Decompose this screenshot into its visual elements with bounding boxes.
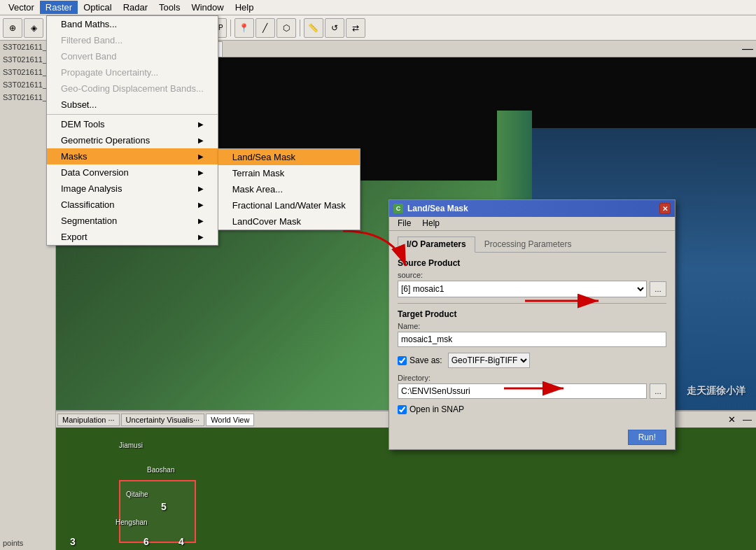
dem-arrow-icon: ▶ [198, 120, 204, 128]
tab-uncertainty[interactable]: Uncertainty Visualis··· [121, 414, 205, 426]
submenu-landcover-mask[interactable]: LandCover Mask [218, 213, 360, 230]
toolbar-sep-4 [300, 20, 300, 36]
menu-dem-tools[interactable]: DEM Tools ▶ [47, 116, 218, 132]
segmentation-arrow-icon: ▶ [198, 217, 204, 225]
panel-collapse-btn[interactable]: — [740, 413, 755, 426]
sidebar-points-label: points [0, 536, 55, 550]
menu-tools[interactable]: Tools [153, 1, 186, 14]
map-label-qitaihe: Qitaihe [126, 491, 148, 498]
dialog-title-text: Land/Sea Mask [407, 204, 468, 213]
map-num-3: 3 [70, 536, 76, 547]
menu-propagate: Propagate Uncertainty... [47, 64, 218, 80]
dialog-close-button[interactable]: ✕ [659, 203, 671, 214]
submenu-terrain-mask[interactable]: Terrain Mask [218, 165, 360, 181]
directory-input[interactable] [398, 383, 647, 399]
tab-manipulation[interactable]: Manipulation ··· [57, 414, 120, 426]
dialog-content: I/O Parameters Processing Parameters Sou… [389, 231, 675, 425]
land-sea-mask-dialog: C Land/Sea Mask ✕ File Help I/O Paramete… [388, 199, 676, 450]
dialog-tab-io[interactable]: I/O Parameters [398, 237, 475, 253]
menu-geometric-ops[interactable]: Geometric Operations ▶ [47, 132, 218, 148]
menu-segmentation[interactable]: Segmentation ▶ [47, 213, 218, 229]
submenu-land-sea-mask[interactable]: Land/Sea Mask [218, 149, 360, 165]
toolbar-sep-3 [230, 20, 231, 36]
directory-browse-btn[interactable]: … [650, 383, 666, 399]
menu-export[interactable]: Export ▶ [47, 229, 218, 245]
toolbar-btn-sync[interactable]: ⇄ [346, 18, 365, 38]
submenu-mask-area[interactable]: Mask Area... [218, 181, 360, 197]
map-label-hengshan: Hengshan [115, 519, 148, 526]
name-field-row [398, 332, 666, 347]
menu-vector[interactable]: Vector [3, 1, 40, 14]
map-label-jiamusi: Jiamusi [119, 442, 143, 449]
menu-raster[interactable]: Raster [40, 1, 78, 14]
toolbar-btn-1[interactable]: ⊕ [3, 18, 22, 38]
save-as-label: Save as: [410, 355, 442, 365]
tab-world-view[interactable]: World View [206, 414, 254, 426]
map-label-baoshan: Baoshan [147, 466, 174, 474]
menu-masks[interactable]: Masks ▶ Land/Sea Mask Terrain Mask Mask … [47, 148, 218, 164]
classification-arrow-icon: ▶ [198, 201, 204, 209]
name-input[interactable] [398, 332, 666, 347]
source-browse-btn[interactable]: … [650, 281, 666, 297]
dialog-tabs: I/O Parameters Processing Parameters [398, 237, 666, 253]
menu-data-conversion[interactable]: Data Conversion ▶ [47, 164, 218, 181]
menu-band-maths[interactable]: Band Maths... [47, 16, 218, 32]
dialog-menu-help[interactable]: Help [416, 217, 445, 230]
image-analysis-arrow-icon: ▶ [198, 185, 204, 192]
menu-help[interactable]: Help [230, 1, 260, 14]
submenu-fractional-mask[interactable]: Fractional Land/Water Mask [218, 197, 360, 213]
map-num-4: 4 [178, 536, 184, 547]
menu-optical[interactable]: Optical [78, 1, 117, 14]
directory-field-row: … [398, 383, 666, 399]
directory-label: Directory: [398, 374, 666, 382]
toolbar-btn-2[interactable]: ◈ [24, 18, 43, 38]
toolbar-btn-rotate[interactable]: ↺ [325, 18, 344, 38]
map-selection-rect [119, 480, 196, 543]
panel-close-btn[interactable]: ✕ [725, 413, 738, 426]
save-as-checkbox[interactable] [398, 356, 407, 365]
source-select[interactable]: [6] mosaic1 [398, 281, 647, 297]
section-divider-1 [398, 303, 666, 304]
toolbar-btn-pin[interactable]: 📍 [234, 18, 254, 38]
dialog-title-left: C Land/Sea Mask [393, 204, 468, 213]
dialog-tab-processing[interactable]: Processing Parameters [475, 237, 581, 252]
toolbar-btn-measure[interactable]: 📏 [304, 18, 323, 38]
toolbar-btn-line[interactable]: ╱ [255, 18, 275, 38]
menu-geocoding: Geo-Coding Displacement Bands... [47, 80, 218, 97]
menu-sep-1 [47, 114, 218, 115]
dialog-icon: C [393, 204, 403, 213]
source-label: source: [398, 271, 666, 279]
toolbar-btn-polygon[interactable]: ⬡ [276, 18, 296, 38]
geometric-arrow-icon: ▶ [198, 136, 204, 144]
menu-window[interactable]: Window [186, 1, 229, 14]
menu-image-analysis[interactable]: Image Analysis ▶ [47, 181, 218, 197]
data-conv-arrow-icon: ▶ [198, 169, 204, 176]
source-field-row: [6] mosaic1 … [398, 281, 666, 297]
menu-convert-band: Convert Band [47, 48, 218, 64]
menubar: Vector Raster Optical Radar Tools Window… [0, 0, 756, 15]
menu-radar[interactable]: Radar [118, 1, 153, 14]
map-num-5: 5 [161, 501, 167, 512]
menu-classification[interactable]: Classification ▶ [47, 197, 218, 213]
export-arrow-icon: ▶ [198, 233, 204, 241]
raster-dropdown: Band Maths... Filtered Band... Convert B… [46, 15, 218, 246]
dialog-menu-file[interactable]: File [392, 217, 416, 230]
menu-subset[interactable]: Subset... [47, 97, 218, 113]
save-as-format-select[interactable]: GeoTIFF-BigTIFF [448, 353, 530, 368]
masks-arrow-icon: ▶ [198, 153, 204, 160]
raster-menu: Band Maths... Filtered Band... Convert B… [46, 15, 218, 246]
open-snap-row: Open in SNAP [398, 404, 666, 414]
menu-filtered-band: Filtered Band... [47, 32, 218, 48]
minimize-btn[interactable]: — [739, 41, 756, 57]
dialog-titlebar: C Land/Sea Mask ✕ [389, 200, 675, 217]
open-snap-checkbox[interactable] [398, 405, 407, 414]
source-section-title: Source Product [398, 258, 666, 268]
run-button[interactable]: Run! [628, 430, 666, 445]
save-as-row: Save as: GeoTIFF-BigTIFF [398, 353, 666, 368]
open-snap-label: Open in SNAP [410, 404, 464, 414]
target-section-title: Target Product [398, 309, 666, 319]
map-num-6: 6 [144, 536, 149, 547]
dialog-footer: Run! [389, 425, 675, 449]
panel-controls: ✕ — [725, 413, 755, 426]
masks-submenu: Land/Sea Mask Terrain Mask Mask Area... … [218, 148, 360, 230]
